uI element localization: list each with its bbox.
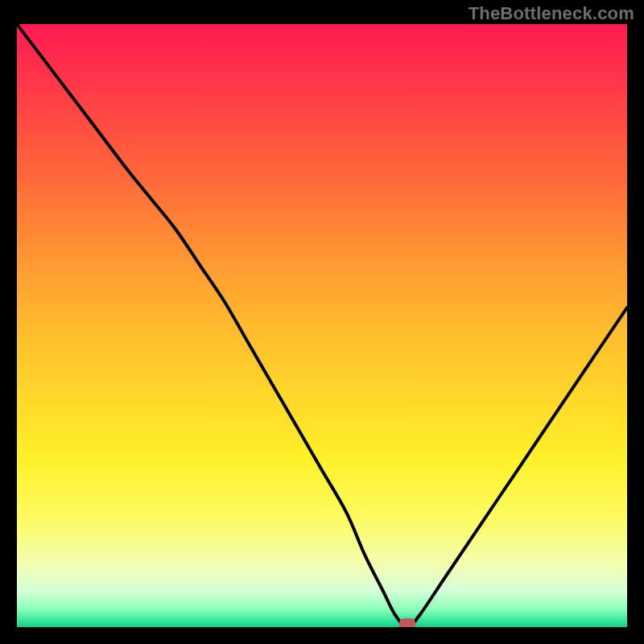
plot-area <box>17 24 627 627</box>
watermark-text: TheBottleneck.com <box>469 3 634 24</box>
bottleneck-curve <box>17 24 627 627</box>
optimum-marker <box>399 618 416 627</box>
chart-frame: TheBottleneck.com <box>0 0 644 644</box>
